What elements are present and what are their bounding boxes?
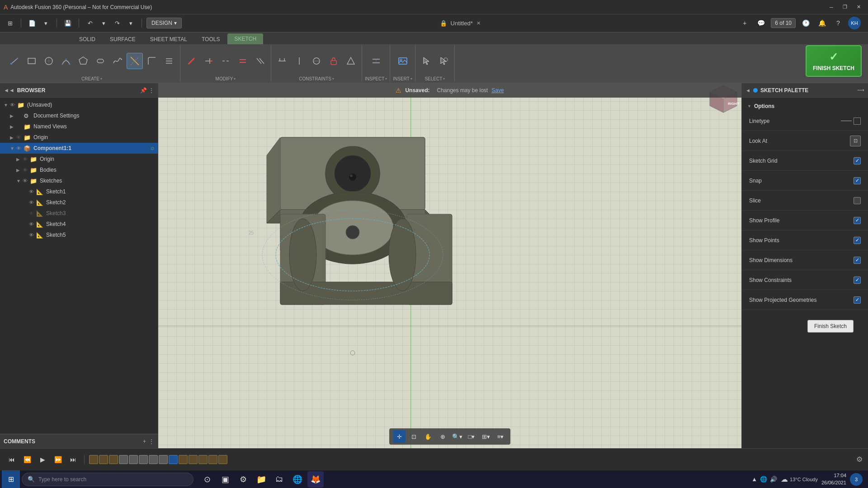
sketch-nav-button[interactable]: ⊡ (407, 430, 420, 443)
trim-tool[interactable] (127, 53, 143, 69)
polygon-tool[interactable] (75, 53, 91, 69)
visibility-icon[interactable]: 👁 (29, 221, 36, 227)
timeline-step-14[interactable] (218, 455, 227, 464)
lock-constraint[interactable] (326, 53, 342, 69)
save-button[interactable]: 💾 (61, 17, 74, 29)
visibility-icon[interactable]: 👁 (16, 135, 24, 140)
spline-tool[interactable] (109, 53, 126, 69)
slice-checkbox[interactable] (854, 197, 861, 204)
select-filter-tool[interactable] (435, 53, 452, 69)
midpoint-constraint[interactable] (308, 53, 325, 69)
fillet-tool[interactable] (144, 53, 160, 69)
inspect-label-text[interactable]: INSPECT (365, 76, 384, 81)
tree-item-component1[interactable]: ▼ 👁 📦 Component1:1 ⊙ (0, 143, 158, 154)
timeline-step-5[interactable] (129, 455, 138, 464)
timeline-settings-button[interactable]: ⚙ (856, 455, 863, 464)
taskbar-store[interactable]: ▣ (217, 471, 233, 488)
more-create-tools[interactable] (161, 53, 177, 69)
visibility-icon[interactable]: 👁 (23, 178, 30, 183)
timeline-step-11[interactable] (189, 455, 198, 464)
create-label-text[interactable]: CREATE (81, 76, 99, 81)
timeline-step-10[interactable] (179, 455, 188, 464)
select-cursor-tool[interactable] (418, 53, 434, 69)
circle-tool[interactable] (41, 53, 57, 69)
finish-sketch-button[interactable]: ✓ FINISH SKETCH (806, 45, 862, 77)
look-at-button[interactable]: ⊡ (850, 136, 861, 146)
select-nav-button[interactable]: ✛ (393, 430, 406, 443)
help-button[interactable]: ? (832, 17, 844, 29)
timeline-to-start-button[interactable]: ⏮ (5, 453, 18, 466)
show-points-checkbox[interactable]: ✓ (854, 237, 861, 244)
timeline-step-2[interactable] (99, 455, 108, 464)
snap-checkbox[interactable]: ✓ (854, 177, 861, 184)
taskbar-settings[interactable]: ⚙ (235, 471, 251, 488)
redo-button[interactable]: ↷ (111, 17, 123, 29)
tab-close-button[interactable]: ✕ (476, 20, 481, 26)
browser-pin-button[interactable]: 📌 (140, 87, 147, 94)
timeline-step-forward-button[interactable]: ⏩ (52, 453, 64, 466)
tree-item-document-settings[interactable]: ▶ ⚙ Document Settings (0, 110, 158, 121)
minimize-button[interactable]: ─ (826, 3, 837, 12)
notification-badge[interactable]: 3 (850, 473, 863, 486)
options-header[interactable]: ▼ Options (742, 101, 868, 111)
timeline-step-7[interactable] (149, 455, 158, 464)
slot-tool[interactable] (92, 53, 108, 69)
modify-label-text[interactable]: MODIFY (216, 76, 233, 81)
notifications-button[interactable]: 🔔 (816, 17, 828, 29)
sketch-grid-checkbox[interactable]: ✓ (854, 157, 861, 164)
start-button[interactable]: ⊞ (2, 470, 20, 488)
network-icon[interactable]: 🌐 (760, 476, 767, 483)
timeline-step-8[interactable] (159, 455, 168, 464)
taskbar-archive[interactable]: 🗂 (271, 471, 288, 488)
line-tool[interactable] (6, 53, 23, 69)
timeline-to-end-button[interactable]: ⏭ (67, 453, 80, 466)
palette-finish-sketch-button[interactable]: Finish Sketch (807, 320, 854, 333)
tree-item-bodies[interactable]: ▶ 👁 📁 Bodies (0, 164, 158, 175)
grid-nav-button[interactable]: ⊞▾ (480, 430, 492, 443)
taskbar-search[interactable]: 🔍 Type here to search (22, 473, 193, 486)
maximize-button[interactable]: ❐ (839, 3, 851, 12)
undo-button[interactable]: ↶ (84, 17, 96, 29)
insert-label-text[interactable]: INSERT (393, 76, 410, 81)
undo-dropdown[interactable]: ▾ (97, 17, 110, 29)
tangent-constraint[interactable] (343, 53, 359, 69)
visibility-icon[interactable]: 👁 (29, 232, 36, 238)
extend-tool[interactable] (200, 53, 217, 69)
timeline-play-button[interactable]: ▶ (36, 453, 49, 466)
system-clock[interactable]: 17:04 26/06/2021 (821, 472, 846, 486)
visibility-icon[interactable]: 👁 (23, 156, 30, 162)
visibility-icon[interactable]: 👁 (10, 102, 17, 108)
equal-constraint[interactable] (235, 53, 251, 69)
design-mode-button[interactable]: DESIGN ▾ (146, 18, 182, 28)
user-avatar[interactable]: KH (848, 17, 861, 29)
visibility-icon[interactable]: 👁 (29, 189, 36, 194)
volume-icon[interactable]: 🔊 (770, 476, 777, 483)
save-changes-button[interactable]: Save (491, 87, 504, 94)
taskbar-browser[interactable]: 🌐 (289, 471, 306, 488)
parallel-tool[interactable] (252, 53, 268, 69)
tree-item-sketch1[interactable]: ▶ 👁 📐 Sketch1 (0, 186, 158, 197)
browser-collapse-button[interactable]: ◄◄ (4, 87, 14, 94)
redo-dropdown[interactable]: ▾ (124, 17, 137, 29)
close-button[interactable]: ✕ (853, 3, 864, 12)
timeline-step-12[interactable] (198, 455, 208, 464)
show-profile-checkbox[interactable]: ✓ (854, 217, 861, 224)
visibility-icon[interactable]: 👁 (29, 211, 36, 216)
insert-image-tool[interactable] (395, 53, 411, 69)
display-nav-button[interactable]: □▾ (465, 430, 478, 443)
tree-item-named-views[interactable]: ▶ 📁 Named Views (0, 121, 158, 132)
palette-collapse-button[interactable]: ◄ (745, 88, 750, 93)
show-hidden-icons[interactable]: ▲ (751, 476, 757, 483)
tree-item-origin[interactable]: ▶ 👁 📁 Origin (0, 132, 158, 143)
tree-item-sketch5[interactable]: ▶ 👁 📐 Sketch5 (0, 230, 158, 240)
visibility-icon[interactable]: 👁 (29, 200, 36, 205)
tree-item-sketches[interactable]: ▼ 👁 📁 Sketches (0, 175, 158, 186)
show-constraints-checkbox[interactable]: ✓ (854, 277, 861, 284)
show-dimensions-checkbox[interactable]: ✓ (854, 257, 861, 264)
timeline-step-3[interactable] (109, 455, 118, 464)
offset-tool[interactable] (183, 53, 199, 69)
horizontal-constraint[interactable] (274, 53, 290, 69)
tree-item-sketch3[interactable]: ▶ 👁 📐 Sketch3 (0, 208, 158, 219)
timeline-step-1[interactable] (89, 455, 98, 464)
orbit-nav-button[interactable]: ⊕ (436, 430, 449, 443)
